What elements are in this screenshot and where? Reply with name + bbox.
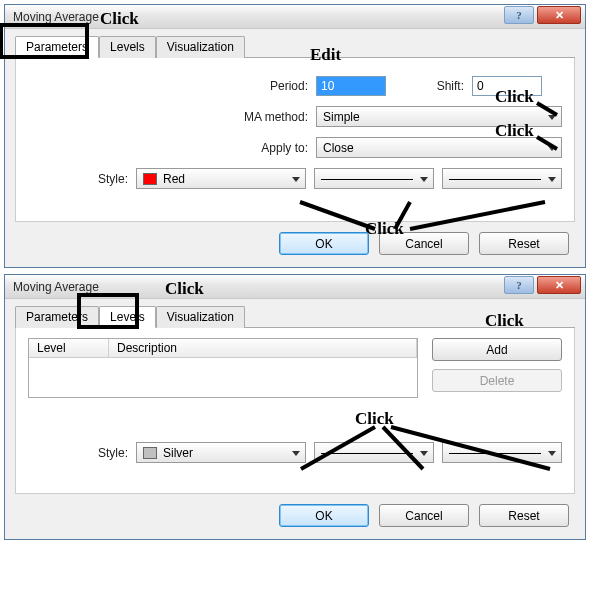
period-input[interactable]	[316, 76, 386, 96]
dialog-button-row: OK Cancel Reset	[15, 222, 575, 257]
help-button[interactable]: ?	[504, 276, 534, 294]
ma-method-value: Simple	[323, 110, 360, 124]
tab-visualization[interactable]: Visualization	[156, 36, 245, 58]
parameters-panel: Period: Shift: MA method: Simple Apply t…	[15, 58, 575, 222]
help-button[interactable]: ?	[504, 6, 534, 24]
client-area: Parameters Levels Visualization Period: …	[5, 29, 585, 267]
tab-levels[interactable]: Levels	[99, 306, 156, 328]
style-line-dropdown[interactable]	[314, 442, 434, 463]
dialog-parameters: Moving Average ? ✕ Parameters Levels Vis…	[4, 4, 586, 268]
shift-label: Shift:	[394, 79, 464, 93]
levels-list[interactable]: Level Description	[28, 338, 418, 398]
add-button[interactable]: Add	[432, 338, 562, 361]
title-bar: Moving Average ? ✕	[5, 275, 585, 299]
style-width-dropdown[interactable]	[442, 442, 562, 463]
period-label: Period:	[28, 79, 308, 93]
window-title: Moving Average	[13, 10, 99, 24]
apply-to-label: Apply to:	[28, 141, 308, 155]
ok-button[interactable]: OK	[279, 232, 369, 255]
style-line-dropdown[interactable]	[314, 168, 434, 189]
levels-panel: Level Description Add Delete Style: Silv…	[15, 328, 575, 494]
close-button[interactable]: ✕	[537, 6, 581, 24]
dialog-button-row: OK Cancel Reset	[15, 494, 575, 529]
style-color-name: Red	[163, 172, 185, 186]
reset-button[interactable]: Reset	[479, 504, 569, 527]
delete-button[interactable]: Delete	[432, 369, 562, 392]
style-label: Style:	[28, 446, 128, 460]
reset-button[interactable]: Reset	[479, 232, 569, 255]
tab-bar: Parameters Levels Visualization	[15, 305, 575, 328]
client-area: Parameters Levels Visualization Level De…	[5, 299, 585, 539]
cancel-button[interactable]: Cancel	[379, 504, 469, 527]
apply-to-value: Close	[323, 141, 354, 155]
style-color-dropdown[interactable]: Silver	[136, 442, 306, 463]
style-color-name: Silver	[163, 446, 193, 460]
levels-list-header: Level Description	[29, 339, 417, 358]
col-description: Description	[109, 339, 417, 357]
window-title: Moving Average	[13, 280, 99, 294]
ma-method-label: MA method:	[28, 110, 308, 124]
style-color-dropdown[interactable]: Red	[136, 168, 306, 189]
dialog-levels: Moving Average ? ✕ Parameters Levels Vis…	[4, 274, 586, 540]
close-button[interactable]: ✕	[537, 276, 581, 294]
style-width-dropdown[interactable]	[442, 168, 562, 189]
color-swatch-icon	[143, 173, 157, 185]
apply-to-dropdown[interactable]: Close	[316, 137, 562, 158]
style-label: Style:	[28, 172, 128, 186]
tab-bar: Parameters Levels Visualization	[15, 35, 575, 58]
title-bar: Moving Average ? ✕	[5, 5, 585, 29]
ok-button[interactable]: OK	[279, 504, 369, 527]
tab-levels[interactable]: Levels	[99, 36, 156, 58]
tab-parameters[interactable]: Parameters	[15, 36, 99, 58]
tab-visualization[interactable]: Visualization	[156, 306, 245, 328]
color-swatch-icon	[143, 447, 157, 459]
cancel-button[interactable]: Cancel	[379, 232, 469, 255]
col-level: Level	[29, 339, 109, 357]
ma-method-dropdown[interactable]: Simple	[316, 106, 562, 127]
shift-input[interactable]	[472, 76, 542, 96]
tab-parameters[interactable]: Parameters	[15, 306, 99, 328]
